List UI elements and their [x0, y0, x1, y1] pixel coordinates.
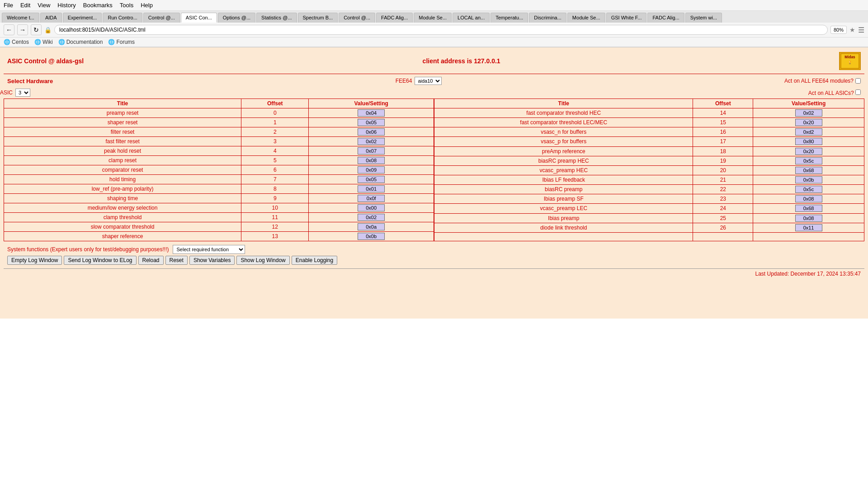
back-button[interactable]: ←: [4, 24, 14, 35]
right-value-input-10[interactable]: [795, 205, 822, 212]
right-cell-value-12[interactable]: [753, 223, 864, 232]
tab-asic-control[interactable]: ASIC Con...: [181, 13, 217, 23]
left-value-input-6[interactable]: [358, 166, 385, 174]
right-cell-value-4[interactable]: [753, 146, 864, 156]
left-value-input-13[interactable]: [358, 233, 385, 240]
right-cell-value-8[interactable]: [753, 185, 864, 194]
sys-btn-3[interactable]: Reset: [165, 256, 188, 265]
tab-module-se1[interactable]: Module Se...: [414, 13, 452, 23]
left-cell-value-1[interactable]: [309, 118, 434, 127]
right-value-input-1[interactable]: [795, 119, 822, 126]
tab-options[interactable]: Options @...: [218, 13, 255, 23]
tab-fadc-align2[interactable]: FADC Alig...: [647, 13, 684, 23]
menu-bookmarks[interactable]: Bookmarks: [83, 2, 113, 9]
right-cell-value-1[interactable]: [753, 118, 864, 127]
tab-discrimina[interactable]: Discrimina...: [529, 13, 566, 23]
left-cell-value-5[interactable]: [309, 156, 434, 165]
right-value-input-4[interactable]: [795, 148, 822, 155]
right-value-input-9[interactable]: [795, 195, 822, 202]
act-all-asics-checkbox[interactable]: [855, 89, 861, 95]
sys-func-select[interactable]: Select required function: [173, 245, 245, 254]
right-cell-value-0[interactable]: [753, 108, 864, 118]
right-value-input-5[interactable]: [795, 157, 822, 164]
left-value-input-4[interactable]: [358, 147, 385, 155]
left-cell-value-8[interactable]: [309, 184, 434, 194]
right-value-input-0[interactable]: [795, 109, 822, 117]
left-value-input-5[interactable]: [358, 157, 385, 164]
bookmark-wiki[interactable]: 🌐 Wiki: [34, 39, 53, 45]
left-value-input-12[interactable]: [358, 223, 385, 230]
right-cell-value-6[interactable]: [753, 165, 864, 175]
right-value-input-11[interactable]: [795, 215, 822, 222]
left-cell-value-9[interactable]: [309, 194, 434, 203]
menu-edit[interactable]: Edit: [20, 2, 30, 9]
bookmark-forums[interactable]: 🌐 Forums: [108, 39, 135, 45]
menu-tools[interactable]: Tools: [120, 2, 133, 9]
tab-gsi-white[interactable]: GSI White F...: [606, 13, 647, 23]
right-cell-value-7[interactable]: [753, 175, 864, 184]
tab-module-se2[interactable]: Module Se...: [567, 13, 605, 23]
sys-btn-2[interactable]: Reload: [138, 256, 164, 265]
tab-control2[interactable]: Control @...: [339, 13, 375, 23]
tab-local-and[interactable]: LOCAL an...: [453, 13, 490, 23]
left-cell-value-6[interactable]: [309, 165, 434, 175]
tab-welcome[interactable]: Welcome t...: [2, 13, 39, 23]
right-cell-value-2[interactable]: [753, 127, 864, 137]
left-value-input-0[interactable]: [358, 109, 385, 117]
left-cell-value-10[interactable]: [309, 203, 434, 213]
menu-help[interactable]: Help: [141, 2, 153, 9]
menu-icon[interactable]: ☰: [858, 26, 864, 34]
address-input[interactable]: [54, 25, 828, 35]
left-cell-value-4[interactable]: [309, 146, 434, 156]
left-value-input-9[interactable]: [358, 195, 385, 202]
left-cell-value-7[interactable]: [309, 175, 434, 184]
right-value-input-2[interactable]: [795, 128, 822, 136]
right-value-input-8[interactable]: [795, 186, 822, 193]
right-value-input-6[interactable]: [795, 167, 822, 174]
right-cell-value-3[interactable]: [753, 137, 864, 146]
tab-spectrum[interactable]: Spectrum B...: [298, 13, 338, 23]
menu-file[interactable]: File: [4, 2, 13, 9]
tab-statistics[interactable]: Statistics @...: [256, 13, 297, 23]
reload-button[interactable]: ↻: [31, 24, 42, 35]
left-cell-value-12[interactable]: [309, 222, 434, 232]
bookmark-docs[interactable]: 🌐 Documentation: [58, 39, 103, 45]
left-value-input-7[interactable]: [358, 176, 385, 183]
sys-btn-0[interactable]: Empty Log Window: [7, 256, 62, 265]
sys-btn-4[interactable]: Show Variables: [189, 256, 235, 265]
left-value-input-11[interactable]: [358, 214, 385, 221]
asic-select[interactable]: 3: [15, 89, 30, 97]
right-cell-value-9[interactable]: [753, 194, 864, 204]
act-all-fee64-checkbox[interactable]: [855, 78, 861, 84]
bookmark-centos[interactable]: 🌐 Centos: [4, 39, 29, 45]
right-value-input-3[interactable]: [795, 138, 822, 145]
right-cell-value-11[interactable]: [753, 213, 864, 223]
menu-view[interactable]: View: [38, 2, 50, 9]
forward-button[interactable]: →: [17, 24, 28, 35]
left-cell-value-13[interactable]: [309, 232, 434, 241]
right-value-input-7[interactable]: [795, 176, 822, 183]
left-cell-value-3[interactable]: [309, 137, 434, 146]
tab-fadc-align1[interactable]: FADC Alig...: [376, 13, 413, 23]
sys-btn-1[interactable]: Send Log Window to ELog: [64, 256, 136, 265]
tab-temperature[interactable]: Temperatu...: [491, 13, 528, 23]
tab-aida[interactable]: AIDA: [40, 13, 62, 23]
tab-run-control[interactable]: Run Contro...: [103, 13, 142, 23]
left-value-input-2[interactable]: [358, 128, 385, 136]
left-cell-value-11[interactable]: [309, 213, 434, 222]
left-cell-value-0[interactable]: [309, 108, 434, 118]
left-value-input-10[interactable]: [358, 204, 385, 211]
menu-history[interactable]: History: [57, 2, 75, 9]
left-value-input-1[interactable]: [358, 119, 385, 126]
left-value-input-3[interactable]: [358, 138, 385, 145]
right-cell-value-5[interactable]: [753, 156, 864, 165]
right-value-input-12[interactable]: [795, 224, 822, 231]
tab-control1[interactable]: Control @...: [143, 13, 180, 23]
star-icon[interactable]: ★: [849, 26, 855, 33]
tab-system-wi[interactable]: System wi...: [685, 13, 722, 23]
tab-experiment[interactable]: Experiment...: [63, 13, 102, 23]
right-cell-value-10[interactable]: [753, 204, 864, 213]
sys-btn-6[interactable]: Enable Logging: [292, 256, 337, 265]
fee64-select[interactable]: aida10: [415, 77, 442, 85]
left-value-input-8[interactable]: [358, 185, 385, 192]
